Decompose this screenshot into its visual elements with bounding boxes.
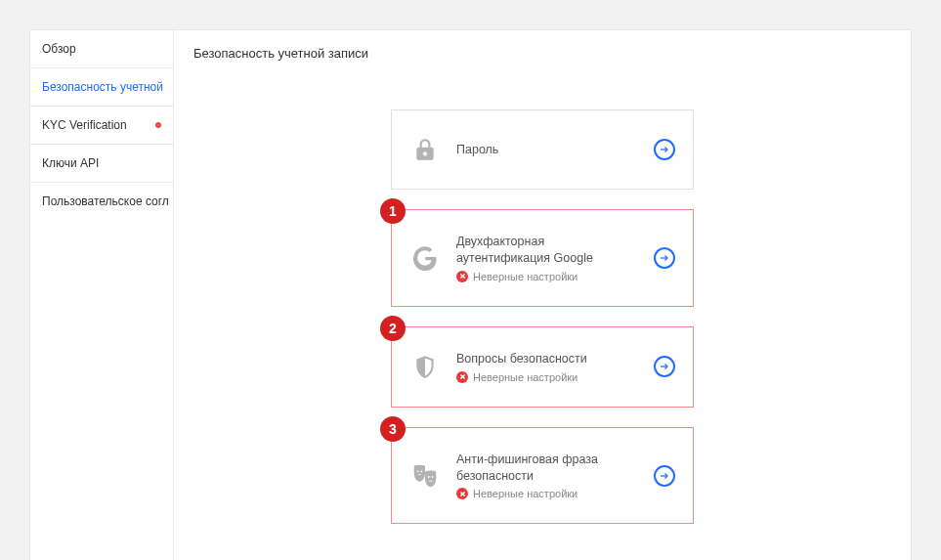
shield-icon bbox=[409, 351, 441, 382]
card-content: Пароль bbox=[456, 142, 638, 158]
page-title: Безопасность учетной записи bbox=[193, 46, 891, 61]
step-badge: 3 bbox=[380, 416, 406, 442]
sidebar-item-overview[interactable]: Обзор bbox=[30, 30, 173, 68]
card-content: Двухфакторная аутентификация Google Неве… bbox=[456, 234, 638, 282]
error-x-icon bbox=[456, 271, 468, 282]
card-title: Двухфакторная аутентификация Google bbox=[456, 234, 638, 267]
card-status: Неверные настройки bbox=[456, 371, 638, 383]
sidebar-item-label: Безопасность учетной bbox=[42, 80, 163, 94]
step-badge: 1 bbox=[380, 198, 406, 224]
notification-dot-icon bbox=[155, 122, 161, 128]
sidebar-item-label: Пользовательское согл bbox=[42, 194, 169, 208]
sidebar-item-label: Обзор bbox=[42, 42, 76, 56]
security-cards: Пароль 1 Двухфакторная bbox=[193, 109, 891, 524]
card-content: Вопросы безопасности Неверные настройки bbox=[456, 351, 638, 383]
sidebar: Обзор Безопасность учетной KYC Verificat… bbox=[29, 29, 174, 560]
arrow-right-circle-icon[interactable] bbox=[654, 247, 675, 269]
error-x-icon bbox=[456, 371, 468, 383]
sidebar-item-label: KYC Verification bbox=[42, 118, 127, 132]
arrow-right-circle-icon[interactable] bbox=[654, 139, 675, 160]
card-security-questions: 2 Вопросы безопасности bbox=[391, 326, 694, 408]
sidebar-item-kyc-verification[interactable]: KYC Verification bbox=[30, 107, 173, 145]
arrow-right-circle-icon[interactable] bbox=[654, 465, 675, 487]
lock-icon bbox=[409, 134, 441, 165]
step-badge: 2 bbox=[380, 316, 406, 341]
sidebar-item-account-security[interactable]: Безопасность учетной bbox=[30, 68, 173, 107]
status-text: Неверные настройки bbox=[473, 371, 577, 383]
sidebar-item-api-keys[interactable]: Ключи API bbox=[30, 145, 173, 183]
card-anti-phishing: 3 Анти-фишинговая фраза безопасности bbox=[391, 427, 694, 525]
status-text: Неверные настройки bbox=[473, 488, 577, 499]
card-status: Неверные настройки bbox=[456, 271, 638, 282]
masks-icon bbox=[409, 460, 441, 492]
card-title: Анти-фишинговая фраза безопасности bbox=[456, 452, 638, 485]
sidebar-item-user-agreement[interactable]: Пользовательское согл bbox=[30, 183, 173, 220]
card-google-2fa: 1 Двухфакторная аутентификация Google bbox=[391, 209, 694, 307]
status-text: Неверные настройки bbox=[473, 271, 577, 282]
card-title: Пароль bbox=[456, 142, 638, 158]
sidebar-item-label: Ключи API bbox=[42, 156, 99, 170]
main-panel: Безопасность учетной записи Пароль bbox=[174, 29, 912, 560]
card-content: Анти-фишинговая фраза безопасности Невер… bbox=[456, 452, 638, 500]
card-title: Вопросы безопасности bbox=[456, 351, 638, 367]
google-icon bbox=[409, 242, 441, 274]
card-password: Пароль bbox=[391, 109, 694, 190]
card-status: Неверные настройки bbox=[456, 488, 638, 499]
error-x-icon bbox=[456, 488, 468, 499]
arrow-right-circle-icon[interactable] bbox=[654, 356, 675, 377]
